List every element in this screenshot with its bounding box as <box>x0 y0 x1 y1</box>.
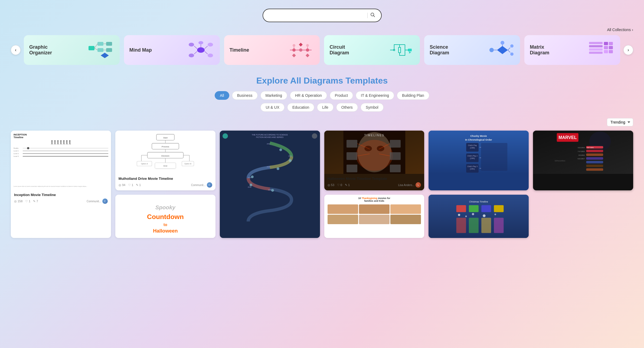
svg-line-91 <box>69 143 70 144</box>
svg-point-115 <box>277 167 279 170</box>
explore-title: Explore All Diagrams Templates <box>11 76 633 86</box>
svg-point-84 <box>66 140 67 141</box>
filter-ui-ux[interactable]: UI & UX <box>260 103 285 112</box>
svg-text:MARVEL: MARVEL <box>558 135 577 140</box>
filter-marketing[interactable]: Marketing <box>260 91 287 100</box>
filter-building-plan[interactable]: Building Plan <box>397 91 429 100</box>
category-icon-graphic-organizer <box>87 41 114 59</box>
search-section: movie timeline <box>0 0 644 28</box>
all-collections-link[interactable]: All Collections › <box>607 28 633 32</box>
template-name: Halloween Movie Timeline Template <box>328 177 421 181</box>
filter-others[interactable]: Others <box>336 103 358 112</box>
svg-rect-134 <box>390 152 401 160</box>
svg-text:Option B: Option B <box>184 163 191 165</box>
all-collections-text: All Collections <box>607 28 631 32</box>
category-label: ScienceDiagram <box>430 44 449 56</box>
svg-point-27 <box>293 44 295 47</box>
svg-marker-40 <box>497 46 508 54</box>
svg-rect-38 <box>408 49 412 51</box>
svg-line-92 <box>70 143 71 144</box>
template-card[interactable]: Christmas Timeline <box>429 195 529 238</box>
category-card-circuit[interactable]: CircuitDiagram <box>324 35 420 65</box>
svg-line-72 <box>58 143 59 144</box>
category-label: GraphicOrganizer <box>29 44 52 56</box>
chevron-right-icon: › <box>627 48 629 52</box>
categories-carousel: ‹ GraphicOrganizer <box>0 35 644 65</box>
svg-rect-165 <box>586 165 603 167</box>
svg-point-182 <box>465 216 467 217</box>
template-name: Inception Movie Timeline <box>14 193 108 197</box>
template-meta: ◎ 94 ♡ 1 ✎ 1 Communit... C <box>119 182 212 188</box>
filter-it-engineering[interactable]: IT & Engineering <box>356 91 394 100</box>
svg-text:Countdown: Countdown <box>147 213 184 220</box>
svg-rect-49 <box>604 42 608 45</box>
category-icon-circuit <box>387 41 414 59</box>
svg-point-117 <box>250 184 252 186</box>
template-card[interactable]: INCEPTIONTimeline Reality <box>11 131 111 238</box>
category-card-matrix[interactable]: MatrixDiagram <box>524 35 620 65</box>
svg-point-42 <box>501 41 504 45</box>
svg-rect-189 <box>494 218 504 233</box>
category-card-timeline[interactable]: Timeline <box>224 35 320 65</box>
svg-point-79 <box>63 140 64 141</box>
svg-line-1 <box>373 16 375 17</box>
svg-rect-58 <box>589 52 603 54</box>
template-card[interactable]: TIMELINES Halloween Movie Timeline T <box>324 131 424 190</box>
svg-line-66 <box>54 143 55 144</box>
svg-rect-187 <box>469 218 479 233</box>
search-input[interactable]: movie timeline <box>269 13 365 18</box>
carousel-next-button[interactable]: › <box>623 45 633 55</box>
template-card[interactable]: MARVEL ANT MAN 3.22.2015 7.17.2015 8.5.2… <box>533 131 633 190</box>
svg-rect-51 <box>604 46 608 49</box>
svg-line-19 <box>205 46 208 49</box>
template-meta: ◎ 53 ♡ 0 ✎ 1 Lisa Anders... L <box>328 182 421 188</box>
svg-point-24 <box>292 48 296 52</box>
svg-rect-54 <box>609 50 613 53</box>
svg-text:Child's Play 3: Child's Play 3 <box>468 165 478 168</box>
category-icon-matrix <box>588 41 615 59</box>
carousel-prev-button[interactable]: ‹ <box>11 45 21 55</box>
svg-line-82 <box>64 143 65 144</box>
svg-text:2040: 2040 <box>248 186 251 188</box>
svg-line-77 <box>61 143 62 144</box>
search-button[interactable] <box>370 12 376 19</box>
filter-all[interactable]: All <box>215 91 229 100</box>
template-card[interactable]: THE FUTURE ACCORDING TO SCIENCEFICTION M… <box>220 131 320 238</box>
filter-symbol[interactable]: Symbol <box>361 103 384 112</box>
template-author: Communit... C <box>191 182 212 188</box>
svg-rect-2 <box>89 46 94 50</box>
svg-marker-39 <box>409 51 411 54</box>
template-card[interactable]: Chucky Movie In Chronological Order Chil… <box>429 131 529 190</box>
svg-text:TIMELINES: TIMELINES <box>364 134 384 137</box>
svg-rect-3 <box>97 42 103 46</box>
template-card[interactable]: Start Process Decision Option A Option B… <box>115 131 215 190</box>
filter-product[interactable]: Product <box>330 91 353 100</box>
template-card[interactable]: 10 Thanksgiving movies forfamilies and K… <box>324 195 424 238</box>
category-card-graphic-organizer[interactable]: GraphicOrganizer <box>24 35 120 65</box>
template-meta: ◎ 158 ♡ 1 ✎ 7 Communit... C <box>14 198 108 204</box>
filter-hr-operation[interactable]: HR & Operation <box>290 91 327 100</box>
svg-text:ANT MAN: ANT MAN <box>587 147 594 148</box>
svg-text:to: to <box>164 223 167 227</box>
svg-line-48 <box>508 50 510 52</box>
svg-rect-55 <box>589 42 603 44</box>
sort-select[interactable]: Trending Newest Popular <box>607 118 633 126</box>
svg-point-181 <box>458 214 460 216</box>
svg-point-184 <box>483 214 486 217</box>
explore-section: Explore All Diagrams Templates All Busin… <box>0 76 644 112</box>
template-card[interactable]: Spooky Countdown to Halloween <box>115 195 215 238</box>
svg-text:3.22.2015: 3.22.2015 <box>578 147 584 148</box>
category-card-mind-map[interactable]: Mind Map <box>124 35 220 65</box>
avatar: C <box>102 198 108 204</box>
svg-point-41 <box>489 48 494 52</box>
filter-education[interactable]: Education <box>287 103 314 112</box>
filter-life[interactable]: Life <box>317 103 334 112</box>
category-card-science[interactable]: ScienceDiagram <box>424 35 520 65</box>
svg-rect-166 <box>586 168 603 171</box>
svg-line-8 <box>94 48 97 50</box>
svg-rect-179 <box>482 205 491 212</box>
svg-text:(1988): (1988) <box>470 147 475 149</box>
svg-text:7.17.2015: 7.17.2015 <box>578 151 584 152</box>
template-grid: INCEPTIONTimeline Reality <box>0 131 644 249</box>
filter-business[interactable]: Business <box>232 91 258 100</box>
